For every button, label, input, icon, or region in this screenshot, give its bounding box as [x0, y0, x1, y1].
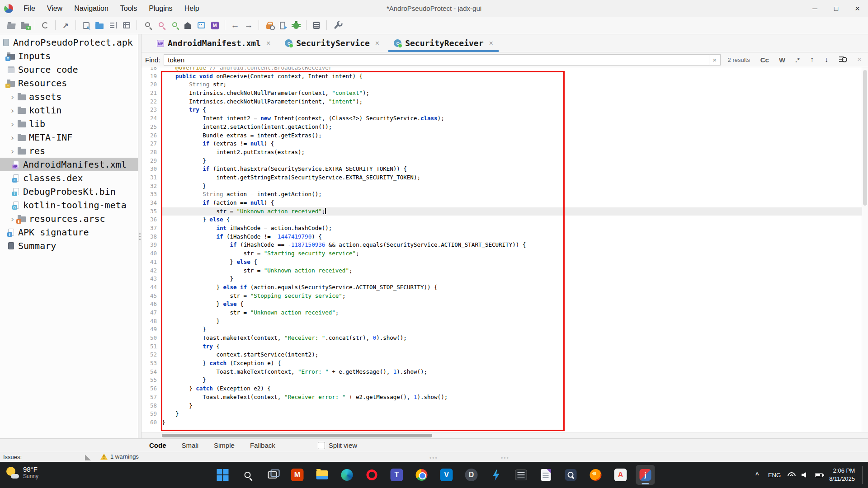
maximize-button[interactable]: □ — [826, 0, 847, 17]
code-line-25[interactable]: 25 intent2.setAction(intent.getAction())… — [142, 123, 862, 131]
find-next-button[interactable]: ↓ — [821, 55, 832, 65]
taskbar-app-search[interactable] — [238, 465, 257, 485]
taskbar-app-bolt-app[interactable] — [487, 465, 506, 485]
code-line-31[interactable]: 31 intent.getStringExtra(SecurityService… — [142, 174, 862, 182]
comment-search-icon[interactable] — [167, 19, 181, 32]
taskbar-app-task-view[interactable] — [263, 465, 282, 485]
taskbar-app-file-explorer[interactable] — [313, 465, 332, 485]
debugger-icon[interactable] — [289, 19, 303, 32]
tree-item-source-code[interactable]: Source code — [0, 63, 138, 76]
code-line-32[interactable]: 32 } — [142, 182, 862, 191]
taskbar-app-notes[interactable] — [537, 465, 556, 485]
code-line-57[interactable]: 57 Toast.makeText(context, "Receiver err… — [142, 393, 862, 402]
class-search-icon[interactable] — [154, 19, 167, 32]
code-line-53[interactable]: 53 } catch (Exception e) { — [142, 359, 862, 368]
code-line-56[interactable]: 56 } catch (Exception e2) { — [142, 385, 862, 393]
find-all-icon[interactable] — [839, 56, 847, 63]
close-find-bar-icon[interactable]: × — [854, 55, 864, 64]
tree-item-meta-inf[interactable]: ›META-INF — [0, 131, 138, 144]
taskbar-app-anydesk[interactable]: A — [611, 465, 630, 485]
code-line-55[interactable]: 55 } — [142, 376, 862, 385]
tree-item-apk-signature[interactable]: ⚷APK signature — [0, 225, 138, 239]
tree-item-res[interactable]: ›res — [0, 144, 138, 158]
tab-code[interactable]: Code — [149, 441, 166, 449]
code-line-58[interactable]: 58 } — [142, 402, 862, 410]
tree-item-kotlin[interactable]: ›kotlin — [0, 103, 138, 117]
tree-item-debugprobeskt-bin[interactable]: ?DebugProbesKt.bin — [0, 185, 138, 198]
tree-item-lib[interactable]: ›lib — [0, 117, 138, 131]
expand-chevron-icon[interactable]: › — [8, 119, 17, 129]
tree-item-summary[interactable]: Summary — [0, 239, 138, 253]
expand-chevron-icon[interactable]: › — [8, 214, 17, 224]
tree-item-resources[interactable]: ≡Resources — [0, 76, 138, 90]
reload-icon[interactable] — [38, 19, 52, 32]
panel-resize-grip[interactable] — [85, 455, 91, 460]
terminal-icon[interactable] — [194, 19, 208, 32]
code-editor[interactable]: 18 @Override // android.content.Broadcas… — [142, 67, 868, 432]
menu-tools[interactable]: Tools — [114, 1, 143, 16]
code-line-41[interactable]: 41 } else { — [142, 258, 862, 267]
warnings-status[interactable]: ! 1 warnings — [100, 453, 139, 460]
taskbar-app-jadx[interactable]: j — [636, 465, 655, 485]
menu-plugins[interactable]: Plugins — [143, 1, 178, 16]
taskbar-app-microsoft-365[interactable]: M — [288, 465, 307, 485]
code-line-39[interactable]: 39 if (iHashCode == -1187150936 && actio… — [142, 241, 862, 249]
open-project-icon[interactable] — [5, 19, 18, 32]
tab-simple[interactable]: Simple — [214, 441, 235, 449]
code-line-23[interactable]: 23 try { — [142, 106, 862, 114]
taskbar-app-firefox[interactable] — [586, 465, 605, 485]
packages-icon[interactable] — [93, 19, 106, 32]
code-line-52[interactable]: 52 context.startService(intent2); — [142, 351, 862, 359]
taskbar-app-windows-start[interactable] — [213, 465, 232, 485]
code-line-20[interactable]: 20 String str; — [142, 80, 862, 89]
vertical-scrollbar-thumb[interactable] — [863, 70, 867, 206]
find-input[interactable] — [164, 56, 708, 64]
tab-close-icon[interactable]: × — [489, 39, 493, 47]
minimize-button[interactable]: ─ — [804, 0, 826, 17]
tree-item-inputs[interactable]: ⠿Inputs — [0, 49, 138, 63]
close-button[interactable]: × — [847, 0, 868, 17]
menu-help[interactable]: Help — [179, 1, 205, 16]
clear-find-icon[interactable]: × — [709, 54, 720, 66]
horizontal-scrollbar[interactable] — [142, 432, 868, 438]
expand-chevron-icon[interactable]: › — [8, 92, 17, 102]
code-line-48[interactable]: 48 } — [142, 317, 862, 326]
code-line-33[interactable]: 33 String action = intent.getAction(); — [142, 190, 862, 199]
export-icon[interactable]: ↗ — [59, 19, 72, 32]
clock[interactable]: 2:06 PM 8/11/2025 — [829, 467, 855, 483]
quark-engine-icon[interactable]: M — [208, 19, 222, 32]
split-view-checkbox[interactable] — [318, 442, 325, 449]
tab-close-icon[interactable]: × — [375, 39, 379, 47]
taskbar-app-vscode[interactable]: V — [437, 465, 456, 485]
volume-icon[interactable] — [802, 472, 809, 478]
tree-item-classes-dex[interactable]: Jclasses.dex — [0, 171, 138, 185]
code-line-45[interactable]: 45 str = "Stopping security service"; — [142, 292, 862, 300]
table-view-icon[interactable] — [120, 19, 133, 32]
find-previous-button[interactable]: ↑ — [807, 55, 817, 65]
code-line-49[interactable]: 49 } — [142, 325, 862, 334]
menu-navigation[interactable]: Navigation — [68, 1, 114, 16]
weather-widget[interactable]: 98°F Sunny — [5, 465, 38, 479]
code-line-50[interactable]: 50 Toast.makeText(context, "Receiver: ".… — [142, 334, 862, 343]
taskbar-app-terminal[interactable] — [512, 465, 531, 485]
taskbar-app-teams[interactable]: T — [387, 465, 406, 485]
taskbar-app-opera[interactable] — [363, 465, 382, 485]
show-desktop-button[interactable] — [862, 466, 863, 484]
code-line-35[interactable]: 35 str = "Unknown action received"; — [142, 207, 862, 216]
tab-smali[interactable]: Smali — [182, 441, 199, 449]
tree-item-resources-arsc[interactable]: ›▮resources.arsc — [0, 212, 138, 225]
code-line-38[interactable]: 38 if (iHashCode != -1447419790) { — [142, 233, 862, 241]
flat-list-icon[interactable] — [106, 19, 120, 32]
code-line-18[interactable]: 18 @Override // android.content.Broadcas… — [142, 67, 862, 72]
expand-chevron-icon[interactable]: › — [8, 146, 17, 156]
nav-back-icon[interactable]: ← — [228, 19, 242, 32]
tree-item-androidmanifest-xml[interactable]: MFAndroidManifest.xml — [0, 158, 138, 171]
expand-chevron-icon[interactable]: › — [8, 106, 17, 115]
code-line-34[interactable]: 34 if (action == null) { — [142, 199, 862, 207]
text-search-icon[interactable] — [140, 19, 154, 32]
code-line-29[interactable]: 29 } — [142, 157, 862, 165]
taskbar-app-search-tool[interactable] — [561, 465, 580, 485]
battery-icon[interactable] — [815, 473, 823, 477]
code-line-51[interactable]: 51 try { — [142, 343, 862, 351]
code-line-59[interactable]: 59 } — [142, 410, 862, 418]
